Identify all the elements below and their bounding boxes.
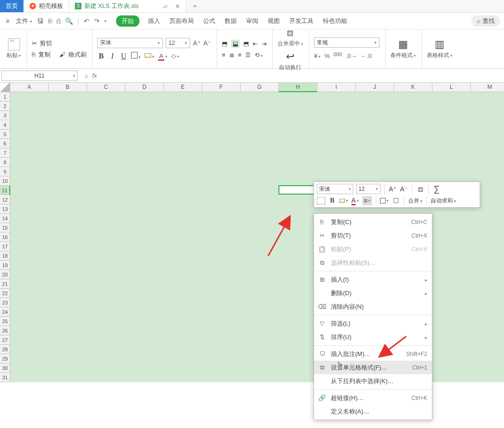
row-header[interactable]: 19 [0, 261, 10, 270]
file-menu[interactable]: 文件 ▾ [16, 17, 32, 25]
row-header[interactable]: 3 [0, 111, 10, 120]
ctx-filter[interactable]: ▽筛选(L) [314, 317, 432, 330]
table-style-icon[interactable]: ▥ [435, 38, 445, 51]
row-header[interactable]: 21 [0, 279, 10, 289]
cut-button[interactable]: 剪切 [40, 39, 52, 48]
row-header[interactable]: 12 [0, 195, 10, 204]
fx-icon[interactable]: fx [92, 72, 97, 79]
row-header[interactable]: 20 [0, 270, 10, 279]
font-combo[interactable]: 宋体▾ [97, 38, 163, 48]
copy-button[interactable]: 复制 [38, 51, 51, 59]
save-as-icon[interactable]: ⎘ [48, 17, 52, 25]
decrease-decimal-icon[interactable]: ←.0 [361, 52, 372, 59]
column-header[interactable]: G [241, 83, 279, 92]
ribbon-tab-formula[interactable]: 公式 [202, 15, 216, 27]
tab-templates[interactable]: ✦ 稻壳模板 [24, 0, 69, 12]
row-header[interactable]: 25 [0, 317, 10, 326]
decrease-font-icon[interactable]: A⁻ [204, 39, 211, 47]
ctx-insert[interactable]: ⊞插入(I) [314, 273, 432, 286]
wrap-icon[interactable]: ↩ [286, 51, 294, 63]
column-header[interactable]: J [356, 83, 394, 92]
column-header[interactable]: D [125, 83, 164, 92]
table-style-button[interactable]: 表格样式 [427, 51, 453, 59]
paste-icon[interactable] [8, 38, 20, 51]
mini-bold-button[interactable]: B [328, 196, 336, 205]
mini-select-icon[interactable] [317, 197, 325, 204]
row-header[interactable]: 6 [0, 139, 10, 148]
increase-decimal-icon[interactable]: .0→ [346, 52, 357, 59]
row-header[interactable]: 5 [0, 130, 10, 139]
row-header[interactable]: 28 [0, 345, 10, 354]
selected-cell[interactable] [278, 185, 317, 195]
close-icon[interactable]: ✕ [175, 3, 180, 10]
row-header[interactable]: 31 [0, 373, 10, 382]
number-format-combo[interactable]: 常规▾ [314, 37, 380, 48]
align-top-icon[interactable]: ⬒ [222, 40, 227, 47]
mini-autosum-button[interactable]: 自动求和 [431, 197, 456, 205]
row-header[interactable]: 23 [0, 298, 10, 307]
underline-button[interactable]: U [120, 52, 127, 60]
orientation-icon[interactable]: ⟲ [255, 51, 263, 58]
ctx-format-cells[interactable]: ⧉设置单元格格式(F)…Ctrl+1 [314, 361, 432, 374]
comma-icon[interactable]: 000 [334, 51, 342, 60]
column-header[interactable]: I [317, 83, 356, 92]
row-header[interactable]: 22 [0, 289, 10, 298]
column-header[interactable]: L [432, 83, 471, 92]
ribbon-tab-data[interactable]: 数据 [224, 15, 238, 27]
merge-center-button[interactable]: 合并居中 [278, 40, 303, 48]
copy-icon[interactable]: ⎘ [32, 51, 36, 58]
mini-autosum-icon[interactable]: ∑ [432, 184, 441, 194]
column-header[interactable]: K [394, 83, 432, 92]
justify-icon[interactable]: ☰ [245, 51, 251, 58]
hamburger-icon[interactable]: ≡ [4, 16, 11, 26]
indent-increase-icon[interactable]: ⇥ [262, 40, 267, 47]
new-tab-button[interactable]: ＋ [186, 0, 203, 12]
row-header[interactable]: 26 [0, 326, 10, 335]
font-size-combo[interactable]: 12▾ [166, 38, 190, 48]
row-header[interactable]: 4 [0, 120, 10, 130]
cond-format-button[interactable]: 条件格式 [390, 51, 416, 59]
row-header[interactable]: 1 [0, 92, 10, 102]
row-header[interactable]: 24 [0, 307, 10, 317]
ctx-clear[interactable]: ⌫清除内容(N) [314, 300, 432, 313]
row-headers[interactable]: 1234567891011121314151617181920212223242… [0, 92, 10, 382]
mini-align-button[interactable]: ≡ [362, 196, 372, 205]
undo-icon[interactable]: ↶ [84, 17, 89, 25]
mini-font-color-button[interactable]: A [351, 196, 359, 205]
formula-input[interactable] [102, 71, 504, 81]
bold-button[interactable]: B [97, 52, 105, 60]
mini-merge-button[interactable]: 合并 [408, 197, 423, 205]
row-header[interactable]: 10 [0, 176, 10, 186]
row-header[interactable]: 13 [0, 204, 10, 214]
ctx-define-name[interactable]: 定义名称(A)… [314, 405, 432, 418]
row-header[interactable]: 9 [0, 167, 10, 176]
clear-format-button[interactable]: ◇ [171, 52, 179, 59]
ribbon-tab-developer[interactable]: 开发工具 [288, 15, 314, 27]
mini-decrease-font-icon[interactable]: A⁻ [400, 184, 408, 194]
mini-merge-icon[interactable]: ⧈ [416, 184, 424, 194]
ctx-sort[interactable]: ⇅排序(U) [314, 330, 432, 344]
scissors-icon[interactable]: ✂ [32, 40, 37, 47]
ribbon-tab-start[interactable]: 开始 [116, 15, 139, 27]
row-header[interactable]: 14 [0, 214, 10, 223]
mini-size-combo[interactable]: 12▾ [356, 184, 380, 194]
mini-border-button[interactable] [380, 196, 389, 205]
currency-icon[interactable]: ¥ [314, 52, 321, 59]
row-header[interactable]: 18 [0, 251, 10, 261]
row-header[interactable]: 27 [0, 335, 10, 345]
ctx-copy[interactable]: ⎘复制(C)Ctrl+C [314, 215, 432, 229]
percent-icon[interactable]: % [324, 52, 330, 59]
tab-home[interactable]: 首页 [0, 0, 24, 12]
align-right-icon[interactable]: ≡ [238, 51, 242, 58]
row-header[interactable]: 16 [0, 232, 10, 242]
row-header[interactable]: 2 [0, 102, 10, 111]
column-header[interactable]: M [471, 83, 504, 92]
mini-increase-font-icon[interactable]: A⁺ [388, 184, 397, 194]
mini-format-cells-icon[interactable]: ☐ [392, 196, 400, 205]
print-preview-icon[interactable]: 🔍 [65, 17, 73, 25]
row-header[interactable]: 7 [0, 148, 10, 158]
format-painter-button[interactable]: 格式刷 [68, 51, 87, 59]
search-box[interactable]: ⌕ 查找 [471, 15, 500, 27]
italic-button[interactable]: I [109, 52, 116, 60]
window-restore-icon[interactable]: ▱ [163, 3, 168, 10]
